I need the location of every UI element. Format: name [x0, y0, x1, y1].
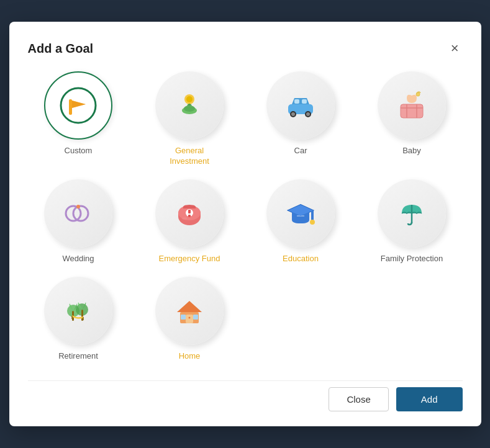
close-button[interactable]: Close [329, 387, 388, 411]
retirement-icon [60, 292, 97, 329]
family-protection-icon [393, 195, 430, 232]
goal-item-wedding[interactable]: Wedding [28, 179, 129, 264]
svg-rect-28 [188, 215, 191, 217]
goal-item-family-protection[interactable]: Family Protection [361, 179, 463, 264]
goal-circle-custom [44, 71, 112, 140]
goal-circle-emergency-fund [155, 179, 224, 248]
svg-point-42 [189, 316, 191, 318]
modal-close-button[interactable]: × [447, 40, 463, 56]
goal-label-custom: Custom [65, 146, 93, 156]
baby-icon [393, 87, 430, 124]
svg-point-5 [186, 96, 193, 102]
svg-point-29 [182, 217, 187, 220]
svg-point-22 [76, 205, 80, 208]
general-investment-icon [171, 87, 208, 124]
goal-item-general-investment[interactable]: GeneralInvestment [139, 71, 240, 167]
goal-item-education[interactable]: Education [250, 179, 352, 264]
svg-rect-15 [401, 104, 423, 118]
goal-circle-baby [378, 71, 446, 140]
svg-rect-1 [69, 99, 72, 115]
wedding-icon [60, 195, 97, 232]
car-icon [282, 87, 319, 124]
svg-rect-27 [188, 210, 191, 213]
goal-item-retirement[interactable]: Retirement [28, 277, 129, 362]
goals-grid: Custom GeneralInvestment [28, 71, 463, 362]
goal-label-general-investment: GeneralInvestment [170, 146, 209, 167]
emergency-fund-icon [171, 195, 208, 232]
svg-point-14 [306, 112, 310, 116]
svg-point-7 [184, 105, 195, 112]
svg-point-12 [291, 112, 295, 116]
goal-circle-wedding [44, 179, 112, 248]
goal-circle-education [266, 179, 335, 248]
svg-marker-39 [177, 301, 202, 312]
goal-item-baby[interactable]: Baby [361, 71, 463, 167]
goal-label-emergency-fund: Emergency Fund [159, 254, 220, 264]
goal-label-baby: Baby [402, 146, 421, 156]
svg-rect-32 [311, 210, 314, 221]
svg-rect-44 [193, 315, 198, 320]
goal-label-home: Home [179, 351, 201, 362]
goal-circle-retirement [44, 277, 112, 345]
svg-rect-10 [302, 99, 307, 104]
home-icon [171, 292, 208, 329]
svg-rect-9 [294, 99, 299, 104]
goal-label-retirement: Retirement [58, 351, 98, 362]
goal-item-car[interactable]: Car [250, 71, 352, 167]
goal-circle-home [155, 277, 224, 345]
goal-circle-car [266, 71, 335, 140]
add-button[interactable]: Add [396, 387, 463, 411]
goal-label-car: Car [294, 146, 307, 156]
svg-rect-43 [181, 315, 186, 320]
modal-title: Add a Goal [28, 42, 94, 56]
svg-point-33 [310, 220, 315, 225]
modal-overlay: Add a Goal × Custom [0, 0, 490, 448]
goal-label-family-protection: Family Protection [381, 254, 443, 264]
goal-item-home[interactable]: Home [139, 277, 240, 362]
goal-label-wedding: Wedding [62, 254, 94, 264]
goal-item-emergency-fund[interactable]: Emergency Fund [139, 179, 240, 264]
goal-item-custom[interactable]: Custom [28, 71, 129, 167]
add-goal-modal: Add a Goal × Custom [9, 22, 481, 426]
goal-circle-general-investment [155, 71, 224, 140]
modal-footer: Close Add [28, 380, 463, 411]
custom-icon [60, 87, 97, 124]
education-icon [282, 195, 319, 232]
goal-label-education: Education [283, 254, 319, 264]
modal-header: Add a Goal × [28, 40, 463, 56]
svg-marker-3 [72, 101, 86, 108]
goal-circle-family-protection [378, 179, 446, 248]
svg-rect-41 [186, 315, 193, 323]
